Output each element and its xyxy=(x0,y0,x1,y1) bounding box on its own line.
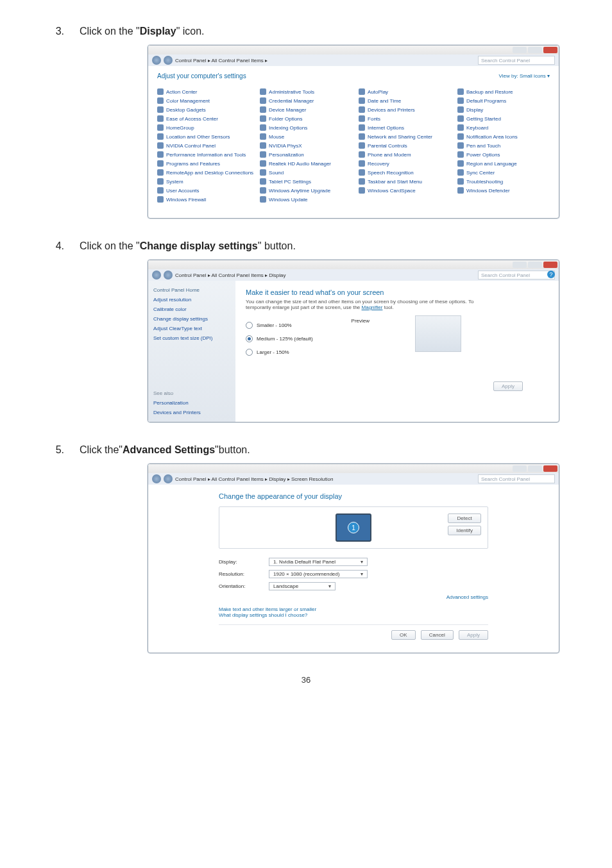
forward-icon[interactable] xyxy=(164,56,173,65)
magnifier-link[interactable]: Magnifier xyxy=(362,305,383,310)
cp-item[interactable]: Windows CardSpace xyxy=(359,187,451,194)
close-icon[interactable] xyxy=(543,262,557,268)
cp-item[interactable]: Programs and Features xyxy=(157,160,253,167)
back-icon[interactable] xyxy=(152,56,161,65)
cp-item[interactable]: NVIDIA Control Panel xyxy=(157,142,253,149)
cp-item[interactable]: Backup and Restore xyxy=(457,88,550,95)
cp-item[interactable]: Windows Firewall xyxy=(157,196,253,203)
cp-item[interactable]: Default Programs xyxy=(457,97,550,104)
view-by[interactable]: View by: Small icons ▾ xyxy=(499,73,550,79)
orientation-select[interactable]: Landscape xyxy=(269,582,336,590)
sidebar-item-change-display-settings[interactable]: Change display settings xyxy=(153,316,230,322)
sidebar-item-cleartype[interactable]: Adjust ClearType text xyxy=(153,326,230,331)
cp-item[interactable]: Network and Sharing Center xyxy=(359,133,451,140)
cp-item[interactable]: Administrative Tools xyxy=(260,88,352,95)
help-icon[interactable]: ? xyxy=(547,271,555,278)
cp-item[interactable]: Tablet PC Settings xyxy=(260,178,352,185)
cp-item[interactable]: Taskbar and Start Menu xyxy=(359,178,451,185)
close-icon[interactable] xyxy=(543,47,557,53)
apply-button[interactable]: Apply xyxy=(493,381,523,391)
cp-item[interactable]: Sound xyxy=(260,169,352,176)
cp-item[interactable]: Parental Controls xyxy=(359,142,451,149)
sidebar-item-adjust-resolution[interactable]: Adjust resolution xyxy=(153,297,230,303)
cp-item[interactable]: Mouse xyxy=(260,133,352,140)
cp-item[interactable]: Date and Time xyxy=(359,97,451,104)
cp-item[interactable]: Troubleshooting xyxy=(457,178,550,185)
cp-item[interactable]: User Accounts xyxy=(157,187,253,194)
minimize-icon[interactable] xyxy=(513,262,527,268)
cp-item[interactable]: Windows Defender xyxy=(457,187,550,194)
back-icon[interactable] xyxy=(152,474,161,483)
cp-item[interactable]: Power Options xyxy=(457,151,550,158)
maximize-icon[interactable] xyxy=(528,47,542,53)
cp-item[interactable]: Device Manager xyxy=(260,106,352,113)
cp-item[interactable]: Phone and Modem xyxy=(359,151,451,158)
search-input[interactable]: Search Control Panel xyxy=(478,56,555,65)
advanced-settings-link[interactable]: Advanced settings xyxy=(446,594,488,600)
which-settings-link[interactable]: What display settings should I choose? xyxy=(219,612,307,618)
maximize-icon[interactable] xyxy=(528,465,542,472)
cp-item[interactable]: Personalization xyxy=(260,151,352,158)
identify-button[interactable]: Identify xyxy=(448,526,481,535)
apply-button[interactable]: Apply xyxy=(459,630,488,640)
sidebar-item-calibrate-color[interactable]: Calibrate color xyxy=(153,306,230,312)
forward-icon[interactable] xyxy=(164,271,173,280)
search-input[interactable]: Search Control Panel xyxy=(478,271,555,280)
see-also-devices[interactable]: Devices and Printers xyxy=(153,410,230,415)
display-select[interactable]: 1. Nvidia Default Flat Panel xyxy=(269,558,368,566)
cp-item[interactable]: AutoPlay xyxy=(359,88,451,95)
cp-item[interactable]: Windows Update xyxy=(260,196,352,203)
make-text-larger-link[interactable]: Make text and other items larger or smal… xyxy=(219,606,316,612)
search-input[interactable]: Search Control Panel xyxy=(478,474,555,483)
close-icon[interactable] xyxy=(543,465,557,472)
radio-larger[interactable]: Larger - 150% xyxy=(246,349,313,356)
cp-item[interactable]: Speech Recognition xyxy=(359,169,451,176)
cp-item[interactable]: Internet Options xyxy=(359,124,451,131)
see-also-personalization[interactable]: Personalization xyxy=(153,400,230,406)
cp-item[interactable]: RemoteApp and Desktop Connections xyxy=(157,169,253,176)
cp-item[interactable]: Notification Area Icons xyxy=(457,133,550,140)
cp-item[interactable]: NVIDIA PhysX xyxy=(260,142,352,149)
minimize-icon[interactable] xyxy=(513,47,527,53)
cp-item[interactable]: Devices and Printers xyxy=(359,106,451,113)
maximize-icon[interactable] xyxy=(528,262,542,268)
cp-item[interactable]: Ease of Access Center xyxy=(157,115,253,122)
forward-icon[interactable] xyxy=(164,474,173,483)
radio-smaller[interactable]: Smaller - 100% xyxy=(246,322,313,329)
minimize-icon[interactable] xyxy=(513,465,527,472)
cp-item[interactable]: Sync Center xyxy=(457,169,550,176)
sidebar-home[interactable]: Control Panel Home xyxy=(153,287,230,293)
cp-item[interactable]: Display xyxy=(457,106,550,113)
breadcrumb[interactable]: Control Panel ▸ All Control Panel Items … xyxy=(175,272,286,278)
sidebar-item-custom-dpi[interactable]: Set custom text size (DPI) xyxy=(153,335,230,341)
ok-button[interactable]: OK xyxy=(391,630,416,640)
resolution-select[interactable]: 1920 × 1080 (recommended) xyxy=(269,570,368,578)
cp-item[interactable]: Color Management xyxy=(157,97,253,104)
monitor-icon[interactable]: 1 xyxy=(336,513,371,542)
cp-item[interactable]: Windows Anytime Upgrade xyxy=(260,187,352,194)
back-icon[interactable] xyxy=(152,271,161,280)
cancel-button[interactable]: Cancel xyxy=(421,630,454,640)
cp-item[interactable]: Recovery xyxy=(359,160,451,167)
cp-item[interactable]: Performance Information and Tools xyxy=(157,151,253,158)
cp-item[interactable]: Region and Language xyxy=(457,160,550,167)
detect-button[interactable]: Detect xyxy=(448,513,481,523)
cp-item[interactable]: Getting Started xyxy=(457,115,550,122)
cp-item[interactable]: Action Center xyxy=(157,88,253,95)
cp-item[interactable]: Realtek HD Audio Manager xyxy=(260,160,352,167)
cp-item-icon xyxy=(260,196,266,203)
cp-item[interactable]: Keyboard xyxy=(457,124,550,131)
cp-item[interactable]: Location and Other Sensors xyxy=(157,133,253,140)
cp-item[interactable]: HomeGroup xyxy=(157,124,253,131)
breadcrumb[interactable]: Control Panel ▸ All Control Panel Items … xyxy=(175,58,268,63)
radio-medium[interactable]: Medium - 125% (default) xyxy=(246,335,313,342)
cp-item[interactable]: Fonts xyxy=(359,115,451,122)
cp-item-label: Windows Firewall xyxy=(166,197,206,203)
cp-item[interactable]: Folder Options xyxy=(260,115,352,122)
cp-item[interactable]: Indexing Options xyxy=(260,124,352,131)
cp-item[interactable]: Pen and Touch xyxy=(457,142,550,149)
cp-item[interactable]: System xyxy=(157,178,253,185)
cp-item[interactable]: Credential Manager xyxy=(260,97,352,104)
breadcrumb[interactable]: Control Panel ▸ All Control Panel Items … xyxy=(175,476,333,482)
cp-item[interactable]: Desktop Gadgets xyxy=(157,106,253,113)
